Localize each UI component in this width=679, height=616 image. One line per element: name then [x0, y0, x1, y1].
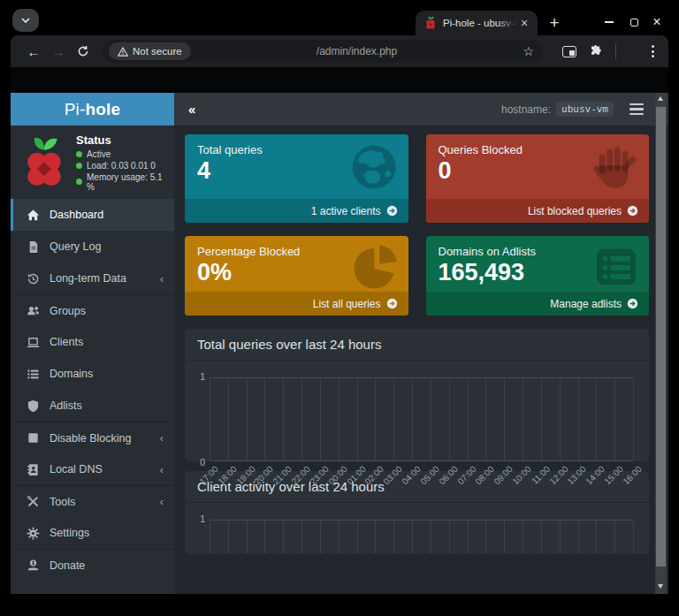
sidebar-item-disable-blocking[interactable]: Disable Blocking ‹ — [11, 422, 174, 453]
puzzle-icon — [589, 44, 603, 58]
window-maximize-button[interactable] — [624, 12, 644, 32]
percentage-blocked-card[interactable]: Percentage Blocked 0% Li — [185, 236, 408, 316]
laptop-icon — [27, 336, 40, 349]
status-load: Load: 0.03 0.01 0 — [87, 161, 156, 171]
browser-window: Pi-hole - ubusv-v × + × ← → Not secure /… — [0, 0, 679, 616]
chevron-left-icon: ‹ — [160, 463, 164, 476]
main-column: « hostname: ubusv-vm Total queries 4 — [174, 93, 668, 594]
chart-gridline — [301, 378, 302, 460]
warning-triangle-icon — [118, 47, 128, 57]
client-activity-panel: Client activity over last 24 hours 1 17:… — [185, 471, 649, 554]
back-button[interactable]: ← — [21, 39, 46, 64]
chevron-left-icon: ‹ — [160, 272, 164, 285]
url-text[interactable]: /admin/index.php — [191, 45, 523, 57]
chart-gridline — [357, 378, 358, 460]
y-axis-tick: 1 — [195, 371, 205, 382]
brand-suffix: hole — [85, 100, 120, 119]
browser-menu-button[interactable] — [652, 45, 654, 57]
arrow-circle-right-icon — [627, 298, 638, 309]
chart-gridline — [578, 378, 579, 460]
chevron-down-icon — [21, 18, 30, 23]
reload-button[interactable] — [71, 39, 95, 64]
chart-gridline — [523, 521, 523, 554]
side-panel-icon[interactable] — [562, 46, 576, 57]
tab-title: Pi-hole - ubusv-v — [443, 18, 517, 28]
sidebar-item-label: Long-term Data — [50, 272, 126, 285]
sidebar-item-query-log[interactable]: Query Log — [11, 231, 174, 262]
hamburger-menu-button[interactable] — [629, 103, 644, 116]
chart-gridline — [449, 521, 450, 554]
sidebar-item-donate[interactable]: Donate — [11, 549, 174, 581]
status-memory: Memory usage: 5.1 % — [87, 172, 167, 192]
card-footer-label: Manage adlists — [550, 298, 622, 310]
queries-blocked-card[interactable]: Queries Blocked 0 — [426, 134, 650, 223]
tab-close-icon[interactable]: × — [521, 17, 528, 29]
sidebar-item-dashboard[interactable]: Dashboard — [11, 199, 174, 231]
scrollbar-thumb[interactable] — [656, 107, 666, 567]
window-close-button[interactable]: × — [647, 12, 667, 32]
sidebar-collapse-button[interactable]: « — [188, 102, 195, 117]
chart-gridline — [247, 378, 248, 460]
page-viewport: Pi-hole Status Active Load: 0.03 0.01 0 — [11, 67, 668, 594]
pie-chart-icon — [352, 243, 400, 291]
new-tab-button[interactable]: + — [544, 12, 565, 34]
sidebar-item-settings[interactable]: Settings — [11, 517, 174, 549]
chart-gridline — [320, 521, 321, 554]
globe-icon — [348, 141, 400, 193]
browser-tab[interactable]: Pi-hole - ubusv-v × — [416, 11, 538, 35]
reload-icon — [77, 45, 89, 57]
chart-gridline — [301, 521, 302, 554]
chart-gridline — [247, 521, 248, 554]
app-header: « hostname: ubusv-vm — [174, 93, 668, 125]
sidebar-item-label: Clients — [50, 336, 83, 348]
chart-gridline — [541, 378, 542, 460]
address-book-icon — [27, 463, 40, 476]
pihole-raspberry-logo — [21, 135, 67, 190]
sidebar-item-domains[interactable]: Domains — [11, 358, 174, 390]
card-footer-link[interactable]: 1 active clients — [185, 199, 408, 223]
chart-gridline — [339, 378, 340, 460]
chart-gridline — [578, 521, 579, 554]
chart-gridline — [468, 378, 469, 460]
chart-gridline — [633, 378, 634, 460]
bookmark-star-icon[interactable]: ☆ — [523, 44, 534, 58]
total-queries-panel: Total queries over last 24 hours 1 0 17:… — [185, 329, 649, 461]
card-footer-link[interactable]: Manage adlists — [426, 292, 650, 316]
panel-title: Total queries over last 24 hours — [185, 329, 649, 361]
status-dot-memory — [76, 179, 82, 185]
sidebar-item-clients[interactable]: Clients — [11, 326, 174, 358]
card-footer-link[interactable]: List all queries — [185, 292, 408, 316]
chart-gridline — [228, 378, 229, 460]
forward-button[interactable]: → — [46, 39, 71, 64]
tab-search-button[interactable] — [12, 9, 39, 32]
total-queries-card[interactable]: Total queries 4 1 active cli — [185, 134, 408, 223]
hostname-label: hostname: — [501, 103, 551, 116]
security-chip-label: Not secure — [133, 46, 182, 57]
extensions-button[interactable] — [589, 44, 603, 58]
scroll-down-arrow-icon[interactable] — [658, 584, 663, 589]
chart-gridline — [210, 378, 210, 460]
scroll-up-arrow-icon[interactable] — [658, 96, 663, 101]
sidebar-item-long-term-data[interactable]: Long-term Data ‹ — [11, 262, 174, 294]
sidebar-item-tools[interactable]: Tools ‹ — [11, 485, 174, 517]
chart-gridline — [375, 521, 376, 554]
sidebar-item-label: Domains — [50, 368, 93, 380]
donate-icon — [27, 559, 40, 572]
sidebar-item-groups[interactable]: Groups — [11, 294, 174, 326]
sidebar-item-adlists[interactable]: Adlists — [11, 390, 174, 422]
sidebar-item-local-dns[interactable]: Local DNS ‹ — [11, 453, 174, 485]
security-chip[interactable]: Not secure — [109, 42, 191, 60]
minimize-icon — [605, 21, 614, 23]
domains-on-adlists-card[interactable]: Domains on Adlists 165,493 — [426, 236, 650, 316]
page-scrollbar[interactable] — [655, 93, 667, 594]
chart-gridline — [560, 521, 561, 554]
card-footer-label: 1 active clients — [311, 205, 381, 217]
chevron-left-icon: ‹ — [160, 431, 164, 445]
address-bar[interactable]: Not secure /admin/index.php ☆ — [103, 40, 543, 63]
chart-gridline — [560, 378, 561, 460]
chart-gridline — [523, 378, 523, 460]
window-minimize-button[interactable] — [599, 12, 619, 32]
sidebar-item-label: Donate — [50, 559, 85, 572]
sidebar: Pi-hole Status Active Load: 0.03 0.01 0 — [11, 93, 174, 594]
card-footer-link[interactable]: List blocked queries — [426, 199, 650, 223]
